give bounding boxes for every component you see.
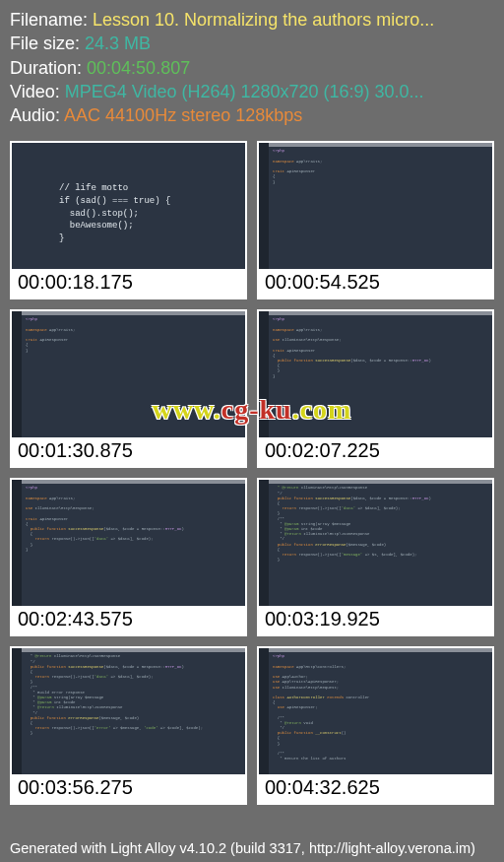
thumbnail-8[interactable]: <?php namespace App\Http\Controllers; us… (257, 646, 494, 805)
frame-preview: <?php namespace App\Traits; trait ApiRes… (12, 311, 245, 437)
code-snippet: <?php namespace App\Http\Controllers; us… (273, 654, 486, 762)
code-snippet: <?php namespace App\Traits; use Illumina… (273, 317, 486, 378)
audio-row: Audio: AAC 44100Hz stereo 128kbps (10, 103, 494, 127)
thumbnail-7[interactable]: * @return Illuminate\Http\JsonResponse *… (10, 646, 247, 805)
thumbnail-2[interactable]: <?php namespace App\Traits; trait ApiRes… (257, 141, 494, 299)
code-snippet: <?php namespace App\Traits; use Illumina… (26, 486, 239, 552)
timestamp: 00:02:07.225 (259, 437, 492, 466)
timestamp: 00:03:56.275 (12, 774, 245, 803)
thumbnail-6[interactable]: * @return Illuminate\Http\JsonResponse *… (257, 478, 494, 636)
duration-value: 00:04:50.807 (87, 58, 190, 78)
frame-preview: * @return Illuminate\Http\JsonResponse *… (259, 480, 492, 606)
filesize-value: 24.3 MB (85, 33, 151, 53)
video-row: Video: MPEG4 Video (H264) 1280x720 (16:9… (10, 80, 494, 103)
thumbnail-grid: // life motto if (sad() === true) { sad(… (0, 133, 504, 813)
timestamp: 00:00:54.525 (259, 269, 492, 298)
code-snippet: <?php namespace App\Traits; trait ApiRes… (273, 149, 486, 184)
filename-row: Filename: Lesson 10. Normalizing the aut… (10, 8, 494, 32)
duration-label: Duration: (10, 58, 82, 78)
thumbnail-5[interactable]: <?php namespace App\Traits; use Illumina… (10, 478, 247, 636)
filesize-row: File size: 24.3 MB (10, 32, 494, 55)
timestamp: 00:01:30.875 (12, 437, 245, 466)
frame-preview: * @return Illuminate\Http\JsonResponse *… (12, 648, 245, 774)
code-snippet: // life motto if (sad() === true) { sad(… (59, 182, 170, 244)
frame-preview: <?php namespace App\Traits; use Illumina… (259, 311, 492, 437)
file-metadata: Filename: Lesson 10. Normalizing the aut… (0, 0, 504, 133)
audio-value: AAC 44100Hz stereo 128kbps (64, 105, 302, 125)
audio-label: Audio: (10, 105, 60, 125)
duration-row: Duration: 00:04:50.807 (10, 56, 494, 80)
thumbnail-3[interactable]: <?php namespace App\Traits; trait ApiRes… (10, 309, 247, 468)
filename-label: Filename: (10, 10, 88, 30)
filesize-label: File size: (10, 33, 80, 53)
frame-preview: <?php namespace App\Traits; trait ApiRes… (259, 143, 492, 269)
code-snippet: * @return Illuminate\Http\JsonResponse *… (26, 654, 239, 736)
frame-preview: <?php namespace App\Http\Controllers; us… (259, 648, 492, 774)
timestamp: 00:02:43.575 (12, 606, 245, 634)
timestamp: 00:03:19.925 (259, 606, 492, 634)
video-label: Video: (10, 82, 60, 101)
frame-preview: // life motto if (sad() === true) { sad(… (12, 143, 245, 269)
footer-text: Generated with Light Alloy v4.10.2 (buil… (10, 840, 475, 856)
thumbnail-4[interactable]: <?php namespace App\Traits; use Illumina… (257, 309, 494, 468)
timestamp: 00:00:18.175 (12, 269, 245, 298)
video-value: MPEG4 Video (H264) 1280x720 (16:9) 30.0.… (65, 82, 424, 101)
thumbnail-1[interactable]: // life motto if (sad() === true) { sad(… (10, 141, 247, 299)
code-snippet: * @return Illuminate\Http\JsonResponse *… (273, 486, 486, 563)
frame-preview: <?php namespace App\Traits; use Illumina… (12, 480, 245, 606)
filename-value: Lesson 10. Normalizing the authors micro… (93, 10, 434, 30)
timestamp: 00:04:32.625 (259, 774, 492, 803)
code-snippet: <?php namespace App\Traits; trait ApiRes… (26, 317, 239, 353)
